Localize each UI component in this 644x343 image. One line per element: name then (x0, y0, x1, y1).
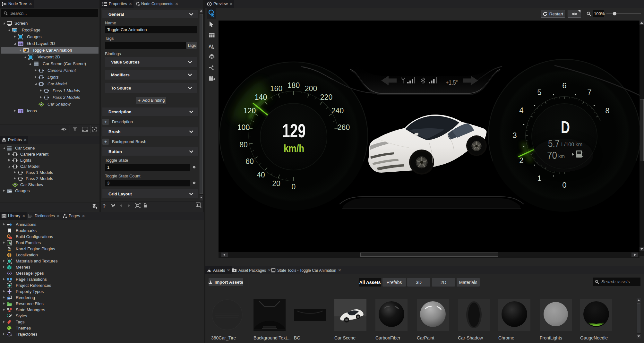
svg-text:240: 240 (331, 107, 344, 115)
svg-text:km/h: km/h (284, 143, 304, 154)
svg-text:A: A (209, 44, 212, 49)
svg-text:km: km (558, 153, 565, 159)
svg-text:200: 200 (305, 84, 317, 93)
svg-text:8: 8 (605, 106, 609, 115)
svg-text:20: 20 (272, 179, 280, 188)
svg-text:5: 5 (537, 88, 541, 97)
svg-text:140: 140 (255, 93, 267, 101)
svg-text:5.7: 5.7 (548, 138, 560, 149)
svg-text:120: 120 (244, 107, 256, 115)
svg-text:4: 4 (519, 106, 523, 115)
svg-text:40: 40 (257, 171, 265, 179)
svg-text:1: 1 (537, 174, 541, 183)
svg-text:180: 180 (288, 81, 300, 90)
svg-text:0: 0 (292, 183, 296, 191)
svg-text:6: 6 (562, 81, 566, 90)
svg-text:D: D (561, 117, 570, 137)
svg-text:129: 129 (282, 120, 306, 141)
svg-text:100: 100 (237, 123, 250, 132)
svg-text:+1.5°: +1.5° (446, 79, 458, 86)
svg-text:80: 80 (239, 141, 248, 149)
svg-text:70: 70 (547, 150, 557, 161)
svg-text:260: 260 (338, 123, 350, 132)
svg-text:0: 0 (562, 181, 566, 189)
svg-text:L/100 km: L/100 km (561, 141, 582, 148)
svg-text:220: 220 (320, 93, 332, 101)
svg-text:60: 60 (245, 157, 254, 166)
svg-text:T: T (10, 242, 12, 245)
svg-text:7: 7 (587, 88, 591, 97)
svg-text:160: 160 (270, 84, 282, 93)
svg-text:3: 3 (512, 131, 517, 140)
